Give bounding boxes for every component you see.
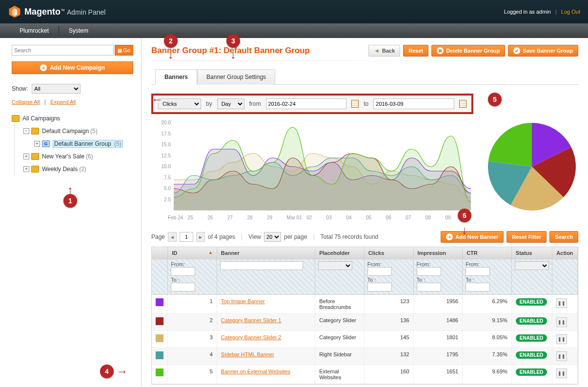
table-row[interactable]: 1Top Image BannerBefore Breadcrumbs12319…	[152, 295, 578, 314]
table-row[interactable]: 3Category Banner Slider 2Category Slider…	[152, 331, 578, 348]
grid-header-row: ID▲ Banner Placeholder Clicks Impression…	[152, 247, 578, 259]
add-campaign-button[interactable]: + Add New Campaign	[12, 61, 133, 74]
reset-filter-button[interactable]: Reset Filter	[507, 231, 547, 243]
content-area: Banner Group #1: Default Banner Group ◄B…	[142, 38, 588, 387]
chart-filter-bar: Clicks by Day from to	[151, 94, 473, 114]
show-select[interactable]: All	[32, 84, 81, 94]
banner-link[interactable]: Banner on External Websites	[221, 368, 290, 374]
tree-count: (5)	[114, 140, 122, 147]
cell-clicks: 132	[364, 348, 413, 365]
add-banner-button[interactable]: +Add New Banner	[441, 231, 504, 243]
col-impression[interactable]: Impression	[413, 247, 463, 259]
tab-banners[interactable]: Banners	[155, 69, 197, 85]
banner-link[interactable]: Sidebar HTML Banner	[221, 351, 274, 357]
filter-clicks-to[interactable]	[367, 283, 392, 291]
back-button[interactable]: ◄Back	[368, 45, 400, 57]
col-placeholder[interactable]: Placeholder	[315, 247, 365, 259]
delete-button[interactable]: ✖Delete Banner Group	[431, 45, 505, 57]
x-axis-tick: 25	[188, 215, 193, 220]
search-go-button[interactable]: ▦ Go	[115, 45, 133, 56]
table-row[interactable]: 5Banner on External WebsitesExternal Web…	[152, 365, 578, 384]
reset-button[interactable]: Reset	[403, 45, 428, 57]
banner-link[interactable]: Category Banner Slider 1	[221, 317, 282, 323]
grid-search-button[interactable]: Search	[549, 231, 578, 243]
col-status[interactable]: Status	[511, 247, 552, 259]
pause-button[interactable]: ❚❚	[556, 317, 567, 327]
annotation-arrow-icon: ↓	[230, 49, 236, 60]
filter-status[interactable]	[515, 261, 549, 270]
filter-impr-to[interactable]	[417, 283, 441, 291]
per-page-select[interactable]: 20	[264, 232, 281, 242]
folder-icon	[12, 115, 20, 122]
filter-ctr-to[interactable]	[466, 283, 490, 291]
calendar-icon[interactable]	[351, 100, 359, 108]
filter-banner[interactable]	[220, 261, 303, 270]
date-to-input[interactable]	[373, 98, 454, 109]
tree-node-weeklydeals[interactable]: + Weekly Deals (2)	[15, 163, 133, 175]
page-next-button[interactable]: ►	[196, 232, 205, 242]
tree-root[interactable]: All Campaigns	[12, 112, 133, 125]
x-axis-tick: 03	[326, 215, 332, 220]
menu-plumrocket[interactable]: Plumrocket	[10, 27, 59, 34]
cell-placeholder: Before Breadcrumbs	[315, 295, 365, 314]
cell-id: 3	[168, 331, 217, 348]
collapse-icon[interactable]: −	[23, 128, 29, 134]
col-banner[interactable]: Banner	[217, 247, 315, 259]
tree-node-default-campaign[interactable]: − Default Campaign (5)	[15, 125, 133, 137]
group-icon: G	[42, 140, 50, 147]
col-id[interactable]: ID▲	[168, 247, 217, 259]
x-axis-tick: Feb 24	[168, 215, 183, 220]
calendar-icon[interactable]	[459, 100, 466, 108]
expand-icon[interactable]: +	[34, 141, 40, 147]
expand-icon[interactable]: +	[23, 154, 29, 159]
cell-impression: 1651	[413, 365, 463, 384]
x-axis-tick: 08	[426, 215, 431, 220]
filter-clicks-from[interactable]	[367, 267, 392, 276]
x-axis-tick: 27	[227, 215, 233, 220]
menu-system[interactable]: System	[59, 27, 98, 34]
pause-button[interactable]: ❚❚	[556, 334, 567, 344]
date-from-input[interactable]	[266, 98, 347, 109]
y-axis-tick: 12.5	[153, 153, 171, 158]
tree-count: (2)	[79, 166, 86, 173]
folder-icon	[31, 166, 39, 173]
page-prev-button[interactable]: ◄	[168, 232, 177, 242]
filter-impr-from[interactable]	[417, 267, 441, 276]
pause-button[interactable]: ❚❚	[556, 298, 567, 308]
tab-settings[interactable]: Banner Group Settings	[197, 69, 275, 85]
page-input[interactable]	[180, 232, 193, 242]
tree-node-newyear[interactable]: + New Year's Sale (6)	[15, 150, 133, 163]
expand-icon[interactable]: +	[23, 166, 29, 172]
by-label: by	[206, 100, 212, 107]
banner-link[interactable]: Top Image Banner	[221, 298, 265, 304]
save-button[interactable]: ✔Save Banner Group	[508, 45, 578, 57]
filter-id-from[interactable]	[171, 267, 195, 276]
filter-ctr-from[interactable]	[466, 267, 490, 276]
banner-link[interactable]: Category Banner Slider 2	[221, 334, 282, 340]
table-row[interactable]: 4Sidebar HTML BannerRight Sidebar1321795…	[152, 348, 578, 365]
metric-select[interactable]: Clicks	[158, 98, 201, 109]
pause-button[interactable]: ❚❚	[556, 368, 567, 378]
x-axis-tick: 06	[386, 215, 391, 220]
cell-impression: 1795	[413, 348, 463, 365]
cell-id: 1	[168, 295, 217, 314]
table-row[interactable]: 2Category Banner Slider 1Category Slider…	[152, 314, 578, 331]
from-label: From:	[367, 261, 386, 267]
show-label: Show:	[12, 85, 28, 92]
filter-placeholder[interactable]	[318, 261, 352, 270]
tree-count: (6)	[86, 153, 93, 160]
pause-button[interactable]: ❚❚	[556, 351, 567, 361]
collapse-all-link[interactable]: Collapse All	[12, 99, 40, 105]
x-axis-tick: 29	[267, 215, 272, 220]
tree-node-default-banner-group[interactable]: + G Default Banner Group (5)	[15, 137, 133, 150]
col-clicks[interactable]: Clicks	[364, 247, 413, 259]
logout-link[interactable]: Log Out	[561, 9, 580, 15]
filter-id-to[interactable]	[171, 283, 195, 291]
sort-asc-icon: ▲	[208, 250, 213, 255]
period-select[interactable]: Day	[217, 98, 244, 109]
col-ctr[interactable]: CTR	[463, 247, 512, 259]
cell-clicks: 145	[364, 331, 413, 348]
to-label: To :	[466, 277, 484, 283]
expand-all-link[interactable]: Expand All	[50, 99, 76, 105]
search-input[interactable]	[12, 45, 114, 56]
